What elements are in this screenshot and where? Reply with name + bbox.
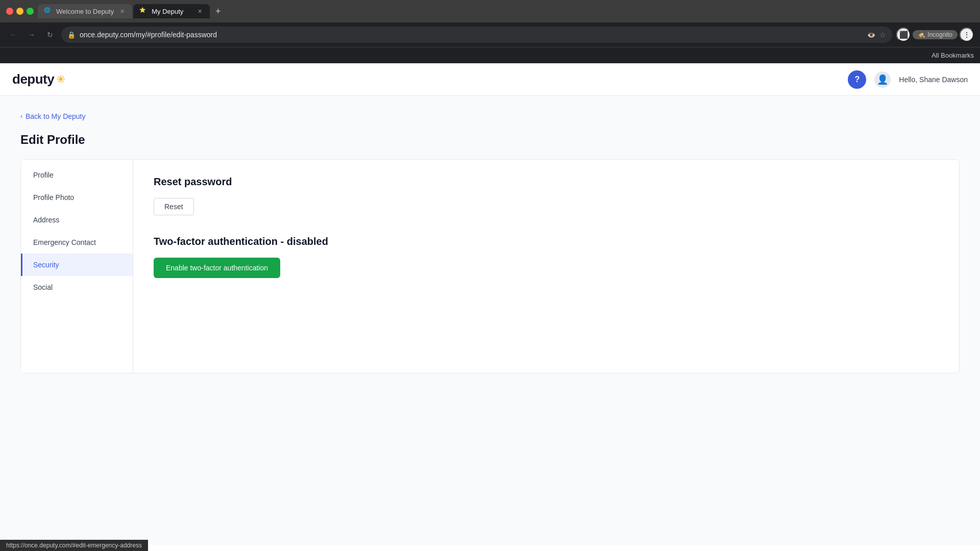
reload-btn[interactable]: ↻ — [43, 28, 57, 42]
back-to-my-deputy-link[interactable]: ‹ Back to My Deputy — [20, 112, 960, 120]
sidebar-profile-label: Profile — [33, 171, 54, 179]
browser-actions: ⬛ 🕵 Incognito ⋮ — [896, 28, 974, 42]
header-right: ? 👤 Hello, Shane Dawson — [848, 70, 968, 89]
bookmarks-label: All Bookmarks — [932, 52, 974, 59]
tab1-close-icon[interactable]: ✕ — [118, 7, 126, 15]
tab-welcome-to-deputy[interactable]: 🌐 Welcome to Deputy ✕ — [38, 4, 132, 18]
tab2-favicon: ⭐ — [139, 7, 148, 15]
greeting-text: Hello, Shane Dawson — [899, 76, 968, 84]
sidebar-social-label: Social — [33, 283, 53, 291]
reset-password-button[interactable]: Reset — [154, 198, 194, 215]
reset-password-title: Reset password — [154, 176, 939, 188]
window-controls — [6, 8, 34, 15]
back-chevron-icon: ‹ — [20, 113, 22, 120]
sidebar-profile-photo-label: Profile Photo — [33, 193, 74, 202]
maximize-window-btn[interactable] — [27, 8, 34, 15]
eye-slash-icon: 👁️ — [867, 31, 875, 39]
avatar: 👤 — [874, 71, 891, 88]
incognito-icon: 🕵 — [918, 31, 925, 38]
sidebar-item-social[interactable]: Social — [21, 276, 133, 298]
lock-icon: 🔒 — [67, 31, 76, 39]
sidebar-emergency-label: Emergency Contact — [33, 238, 96, 246]
sidebar-security-label: Security — [33, 261, 59, 269]
two-factor-section: Two-factor authentication - disabled Ena… — [154, 236, 939, 278]
sidebar-address-label: Address — [33, 216, 59, 224]
tab1-label: Welcome to Deputy — [56, 8, 114, 15]
tab-bar-area: 🌐 Welcome to Deputy ✕ ⭐ My Deputy ✕ + — [0, 0, 980, 22]
new-tab-button[interactable]: + — [211, 4, 225, 18]
sidebar-item-address[interactable]: Address — [21, 209, 133, 231]
menu-btn[interactable]: ⋮ — [960, 28, 974, 42]
back-link-text: Back to My Deputy — [26, 112, 86, 120]
profile-content-area: Reset password Reset Two-factor authenti… — [133, 160, 959, 373]
reset-password-section: Reset password Reset — [154, 176, 939, 215]
incognito-badge: 🕵 Incognito — [913, 30, 958, 39]
tab-my-deputy[interactable]: ⭐ My Deputy ✕ — [133, 4, 210, 18]
deputy-logo[interactable]: deputy✳ — [12, 71, 65, 87]
address-bar[interactable]: 🔒 once.deputy.com/my/#profile/edit-passw… — [61, 27, 892, 43]
incognito-label: Incognito — [927, 31, 952, 38]
main-content: ‹ Back to My Deputy Edit Profile Profile… — [0, 96, 980, 545]
profile-sidebar: Profile Profile Photo Address Emergency … — [21, 160, 133, 373]
app-header: deputy✳ ? 👤 Hello, Shane Dawson — [0, 63, 980, 96]
sidebar-item-profile-photo[interactable]: Profile Photo — [21, 186, 133, 209]
sidebar-item-security[interactable]: Security — [21, 254, 133, 276]
star-icon: ☆ — [879, 31, 886, 39]
profile-layout: Profile Profile Photo Address Emergency … — [20, 159, 960, 373]
help-button[interactable]: ? — [848, 70, 866, 89]
back-nav-btn[interactable]: ← — [6, 28, 20, 42]
status-url: https://once.deputy.com/#edit-emergency-… — [6, 542, 142, 549]
tab2-close-icon[interactable]: ✕ — [195, 7, 204, 15]
enable-2fa-button[interactable]: Enable two-factor authentication — [154, 258, 280, 278]
browser-tabs: 🌐 Welcome to Deputy ✕ ⭐ My Deputy ✕ + — [38, 4, 974, 18]
notification-area: 👤 — [874, 71, 891, 88]
sidebar-item-emergency-contact[interactable]: Emergency Contact — [21, 231, 133, 254]
extensions-btn[interactable]: ⬛ — [896, 28, 911, 42]
address-bar-icons: 👁️ ☆ — [867, 31, 886, 39]
close-window-btn[interactable] — [6, 8, 13, 15]
bookmarks-bar: All Bookmarks — [0, 47, 980, 63]
address-bar-row: ← → ↻ 🔒 once.deputy.com/my/#profile/edit… — [0, 22, 980, 47]
page-title: Edit Profile — [20, 133, 960, 147]
forward-nav-btn[interactable]: → — [24, 28, 39, 42]
minimize-window-btn[interactable] — [16, 8, 23, 15]
tab1-favicon: 🌐 — [44, 7, 52, 15]
url-text: once.deputy.com/my/#profile/edit-passwor… — [80, 31, 863, 39]
status-bar: https://once.deputy.com/#edit-emergency-… — [0, 540, 148, 551]
logo-star-icon: ✳ — [56, 73, 65, 86]
logo-text: deputy — [12, 71, 54, 87]
page-content: deputy✳ ? 👤 Hello, Shane Dawson ‹ Back t… — [0, 63, 980, 551]
browser-chrome: 🌐 Welcome to Deputy ✕ ⭐ My Deputy ✕ + ← … — [0, 0, 980, 551]
two-factor-title: Two-factor authentication - disabled — [154, 236, 939, 247]
tab2-label: My Deputy — [152, 8, 183, 15]
sidebar-item-profile[interactable]: Profile — [21, 164, 133, 186]
